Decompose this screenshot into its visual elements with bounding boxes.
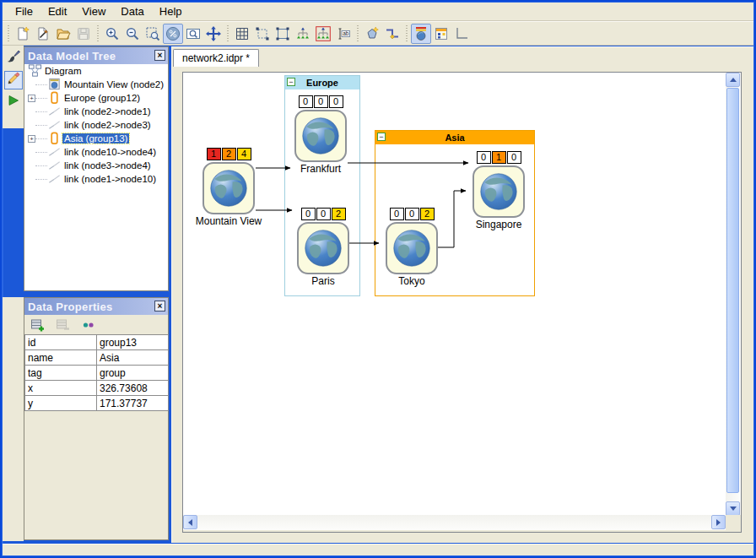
map-template-icon bbox=[413, 26, 429, 41]
style-brush-button[interactable] bbox=[4, 49, 23, 68]
edit-mode-button[interactable] bbox=[273, 24, 293, 44]
run-button[interactable] bbox=[4, 93, 23, 111]
menu-view[interactable]: View bbox=[74, 3, 113, 19]
tree-connector bbox=[35, 98, 47, 99]
toolbar-drag-handle[interactable] bbox=[356, 25, 359, 42]
prop-key[interactable]: name bbox=[25, 350, 97, 366]
tree-item-link-node1-node10[interactable]: link (node1->node10) bbox=[24, 172, 168, 186]
remove-property-button[interactable] bbox=[53, 315, 73, 335]
diagram-canvas[interactable]: −Europe−Asia124Mountain View000Frankfurt… bbox=[183, 73, 726, 516]
vertical-scroll-thumb[interactable] bbox=[726, 88, 739, 493]
close-icon[interactable]: × bbox=[154, 50, 165, 61]
tree-item-mountain-view-node2[interactable]: Mountain View (node2) bbox=[24, 78, 168, 91]
scroll-up-button[interactable] bbox=[726, 73, 740, 87]
globe-icon[interactable] bbox=[294, 110, 347, 162]
prop-value[interactable]: group13 bbox=[97, 335, 169, 350]
overview-button[interactable] bbox=[183, 24, 203, 44]
menu-help[interactable]: Help bbox=[152, 3, 190, 19]
edit-pencil-button[interactable] bbox=[4, 71, 23, 89]
create-node-button[interactable] bbox=[362, 24, 382, 44]
node-label: Mountain View bbox=[196, 215, 262, 227]
node-paris[interactable]: 002Paris bbox=[296, 208, 350, 287]
zoom-in-button[interactable] bbox=[102, 24, 122, 44]
zoom-out-button[interactable] bbox=[122, 24, 143, 44]
pan-button[interactable] bbox=[203, 24, 224, 44]
data-properties-panel: Data Properties × idgroup13nameAsiataggr… bbox=[24, 297, 169, 540]
node-frankfurt[interactable]: 000Frankfurt bbox=[294, 95, 348, 175]
editor-area: network2.idpr * −Europe−Asia124Mountain … bbox=[171, 46, 753, 543]
run-icon bbox=[6, 93, 21, 111]
prop-key[interactable]: tag bbox=[25, 366, 97, 381]
globe-icon[interactable] bbox=[472, 165, 525, 218]
scroll-right-button[interactable] bbox=[711, 515, 726, 529]
tree-item-link-node2-node3[interactable]: link (node2->node3) bbox=[24, 118, 168, 132]
tree-item-link-node3-node4[interactable]: link (node3->node4) bbox=[24, 159, 168, 172]
toolbar-drag-handle[interactable] bbox=[96, 25, 100, 42]
tree-panel-titlebar[interactable]: Data Model Tree × bbox=[24, 47, 168, 64]
collapse-icon[interactable]: − bbox=[377, 133, 386, 141]
globe-icon[interactable] bbox=[297, 222, 349, 274]
tree-item-link-node10-node4[interactable]: link (node10->node4) bbox=[24, 145, 168, 159]
toolbar-drag-handle[interactable] bbox=[7, 25, 10, 42]
add-property-button[interactable] bbox=[28, 315, 48, 335]
node-stats: 002 bbox=[385, 208, 439, 221]
toolbar-drag-handle[interactable] bbox=[405, 25, 408, 42]
scroll-down-button[interactable] bbox=[726, 501, 740, 516]
stat-box: 0 bbox=[301, 208, 316, 220]
props-panel-titlebar[interactable]: Data Properties × bbox=[24, 298, 168, 315]
prop-value[interactable]: group bbox=[97, 366, 169, 381]
property-dots-button[interactable] bbox=[78, 315, 99, 335]
globe-icon[interactable] bbox=[386, 222, 438, 274]
tab-network2[interactable]: network2.idpr * bbox=[173, 49, 259, 67]
prop-key[interactable]: y bbox=[25, 396, 97, 411]
grid-icon bbox=[235, 26, 250, 41]
prop-value[interactable]: Asia bbox=[97, 350, 169, 366]
map-node-template-button[interactable] bbox=[411, 24, 431, 44]
tree-layout-alt-button[interactable] bbox=[313, 24, 333, 44]
zoom-out-icon bbox=[125, 26, 140, 41]
create-link-button[interactable] bbox=[382, 24, 402, 44]
save-button[interactable] bbox=[73, 24, 94, 44]
group-template-icon bbox=[434, 26, 449, 41]
label-edit-button[interactable]: ab bbox=[333, 24, 354, 44]
select-mode-button[interactable] bbox=[252, 24, 273, 44]
wizard-button[interactable] bbox=[33, 24, 53, 44]
tree-item-diagram[interactable]: Diagram bbox=[24, 64, 168, 78]
node-label: Paris bbox=[311, 275, 334, 287]
node-tokyo[interactable]: 002Tokyo bbox=[385, 208, 439, 287]
link-template-button[interactable] bbox=[451, 24, 472, 44]
zoom-fit-button[interactable] bbox=[163, 24, 183, 44]
globe-icon[interactable] bbox=[202, 162, 255, 214]
grid-button[interactable] bbox=[232, 24, 252, 44]
expand-icon[interactable]: + bbox=[28, 135, 35, 143]
menu-file[interactable]: File bbox=[8, 3, 40, 19]
group-template-button[interactable] bbox=[431, 24, 451, 44]
tree-item-europe-group12[interactable]: +Europe (group12) bbox=[24, 91, 168, 105]
tree-item-asia-group13[interactable]: +Asia (group13) bbox=[24, 132, 168, 145]
zoom-area-button[interactable] bbox=[143, 24, 163, 44]
open-button[interactable] bbox=[53, 24, 73, 44]
tree-layout-button[interactable] bbox=[293, 24, 313, 44]
prop-value[interactable]: 326.73608 bbox=[97, 381, 169, 396]
expand-icon[interactable]: + bbox=[28, 95, 35, 102]
node-mountain-view[interactable]: 124Mountain View bbox=[202, 148, 256, 227]
node-singapore[interactable]: 010Singapore bbox=[472, 151, 526, 230]
toolbar-drag-handle[interactable] bbox=[226, 25, 230, 42]
menu-edit[interactable]: Edit bbox=[40, 3, 74, 19]
collapse-icon[interactable]: − bbox=[287, 78, 295, 86]
menu-data[interactable]: Data bbox=[113, 3, 151, 19]
prop-key[interactable]: x bbox=[25, 381, 97, 396]
zoom-percent-icon bbox=[165, 26, 181, 41]
prop-row-tag: taggroup bbox=[25, 366, 169, 381]
chevron-left-icon bbox=[188, 519, 192, 526]
tree-item-link-node2-node1[interactable]: link (node2->node1) bbox=[24, 105, 168, 118]
node-stats: 002 bbox=[296, 208, 350, 221]
close-icon[interactable]: × bbox=[154, 301, 165, 312]
horizontal-scrollbar[interactable] bbox=[183, 515, 726, 530]
stat-box: 4 bbox=[237, 148, 251, 160]
scroll-left-button[interactable] bbox=[183, 515, 197, 529]
new-button[interactable] bbox=[13, 24, 33, 44]
prop-key[interactable]: id bbox=[25, 335, 97, 350]
prop-value[interactable]: 171.37737 bbox=[97, 396, 169, 411]
vertical-scrollbar[interactable] bbox=[726, 73, 741, 516]
